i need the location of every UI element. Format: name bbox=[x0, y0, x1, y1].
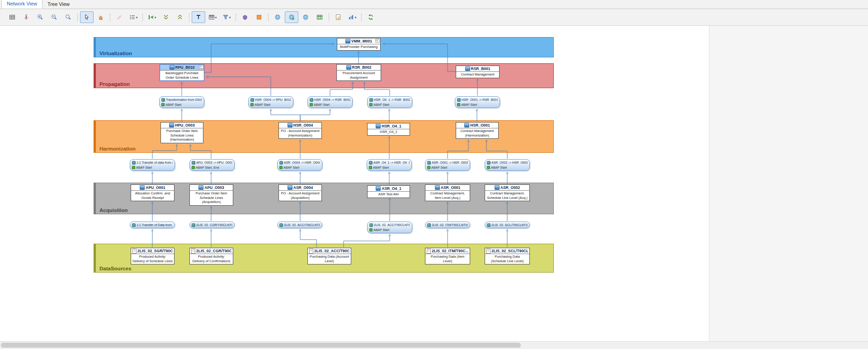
transformation-node[interactable]: HSR_O001 -> RSR_B001 ABAP Start bbox=[455, 96, 500, 108]
filter-button[interactable]: ▾ bbox=[220, 11, 233, 23]
transformation-title: HSR_O4_1 -> RSR_B002 bbox=[374, 98, 410, 101]
text-tool-button[interactable] bbox=[192, 11, 205, 23]
pan-tool-button[interactable] bbox=[94, 11, 108, 23]
transformation-node[interactable]: 2LIS_02_ACC/T90CLNT090 ->... ABAP Start bbox=[367, 222, 412, 233]
sphere-view-3-icon bbox=[302, 14, 309, 20]
node-line: Purchase Order Item bbox=[161, 129, 203, 133]
node-ASR_O002[interactable]: ASR_O002 Contract Management,Schedule Li… bbox=[485, 184, 530, 201]
transformation-icon bbox=[427, 161, 431, 165]
zoom-reset-button[interactable] bbox=[61, 11, 75, 23]
datasource-icon bbox=[486, 249, 491, 254]
transformation-icon bbox=[132, 223, 136, 227]
tab-network-view[interactable]: Network View bbox=[1, 0, 42, 9]
node-title: ASR_O4_1 bbox=[382, 186, 401, 191]
comment-icon[interactable] bbox=[375, 39, 380, 42]
node-RSR_B002[interactable]: RSR_B002 Procurement AccountAssignment bbox=[336, 64, 381, 81]
transformation-node[interactable]: 2LIS_02_CGR/T90CLNT090 ->... bbox=[189, 222, 235, 228]
align-grid-button[interactable] bbox=[5, 11, 19, 23]
horizontal-scrollbar[interactable] bbox=[0, 341, 868, 349]
node-title: RSR_B001 bbox=[471, 66, 491, 71]
transformation-node[interactable]: 1:1 Transfer of data from APU... ABAP St… bbox=[130, 159, 175, 171]
transformation-node[interactable]: 2LIS_02_ITM/T90CLNT090 ->... bbox=[425, 222, 470, 228]
node-HSR_O001[interactable]: HSR_O001 Contract Management(Harmonizati… bbox=[456, 122, 499, 139]
node-2LIS_02_ACC[interactable]: 2LIS_02_ACC/T90C... Purchasing Data (Acc… bbox=[307, 248, 351, 264]
transformation-subtitle: ABAP Start bbox=[461, 103, 477, 106]
collapse-all-button[interactable] bbox=[159, 11, 173, 23]
list-menu-button[interactable]: ▾ bbox=[127, 11, 140, 23]
milestone-icon bbox=[148, 14, 154, 20]
node-ASR_O001[interactable]: ASR_O001 Contract Management,Item Level … bbox=[425, 184, 470, 201]
abap-icon bbox=[457, 103, 460, 106]
node-APU_O003[interactable]: APU_O003 Purchase Order ItemSchedule Lin… bbox=[189, 184, 233, 206]
transformation-node[interactable]: ASR_O4_1 -> HSR_O4_1 ABAP Start bbox=[367, 159, 412, 171]
node-HPU_O003[interactable]: HPU_O003 Purchase Order ItemSchedule Lin… bbox=[160, 122, 203, 143]
transformation-title: ASR_O4_1 -> HSR_O4_1 bbox=[373, 161, 410, 164]
legend-button[interactable] bbox=[252, 11, 266, 23]
transformation-node[interactable]: 2LIS_02_ACC/T90CLNT090 ->... bbox=[277, 222, 322, 228]
scrollbar-thumb[interactable] bbox=[1, 343, 521, 348]
report-button[interactable] bbox=[331, 11, 345, 23]
node-ASR_O4_1[interactable]: ASR_O4_1 ASR Test Alin bbox=[367, 185, 410, 198]
node-2LIS_02_SGR[interactable]: 2LIS_02_SGR/T90C... Produced Activity:De… bbox=[131, 248, 175, 264]
node-RSR_B001[interactable]: RSR_B001 Contract Management bbox=[456, 66, 500, 78]
node-VMM_M001[interactable]: VMM_M001 MultiProvider Purchasing bbox=[337, 38, 381, 51]
pan-hand-icon bbox=[98, 14, 104, 20]
table-view-button[interactable]: ▾ bbox=[206, 11, 219, 23]
transformation-node[interactable]: 2LIS_02_SCL/T90CLNT090 ->... bbox=[485, 222, 530, 228]
node-line: Produced Activity: bbox=[190, 255, 232, 259]
select-tool-icon bbox=[84, 14, 90, 20]
sphere-view-3-button[interactable] bbox=[299, 11, 312, 23]
transformation-icon bbox=[369, 161, 373, 165]
transformation-node[interactable]: HSR_O004 -> RSR_B002 ABAP Start bbox=[307, 96, 353, 108]
transformation-node[interactable]: HSR_O4_1 -> RSR_B002 ABAP Start bbox=[367, 96, 412, 108]
transformation-title: APU_O003 -> HPU_O003 bbox=[196, 161, 232, 164]
sphere-view-2-button[interactable] bbox=[285, 11, 298, 23]
node-line: (Schedule Line Level) bbox=[486, 259, 529, 264]
transformation-title: Transformation from DSO HP... bbox=[166, 98, 202, 101]
highlighter-button[interactable] bbox=[113, 11, 126, 23]
transformation-title: ASR_O002 -> HSR_O001 bbox=[491, 161, 528, 164]
grid-view-button[interactable] bbox=[313, 11, 326, 23]
transformation-title: 2LIS_02_ACC/T90CLNT090 ->... bbox=[284, 223, 320, 226]
comment-icon[interactable] bbox=[199, 65, 203, 69]
node-2LIS_02_ITM[interactable]: 2LIS_02_ITM/T90C... Purchasing Data (Ite… bbox=[425, 248, 470, 264]
node-title: 2LIS_02_SGR/T90C... bbox=[137, 249, 173, 253]
zoom-in-button[interactable] bbox=[33, 11, 47, 23]
node-RPU_B010[interactable]: RPU_B010 Backlogged PurchaseOrder Schedu… bbox=[160, 64, 204, 81]
transformation-node[interactable]: Transformation from DSO HP... ABAP Start bbox=[159, 96, 204, 108]
abap-icon bbox=[132, 166, 135, 169]
node-line: Purchase Order Item bbox=[190, 191, 232, 196]
text-tool-icon bbox=[195, 14, 202, 20]
transformation-node[interactable]: ASR_O001 -> HSR_O001 ABAP Start bbox=[425, 159, 470, 171]
expand-all-button[interactable] bbox=[173, 11, 187, 23]
package-button[interactable] bbox=[238, 11, 252, 23]
chart-button[interactable]: ▾ bbox=[345, 11, 359, 23]
expand-all-icon bbox=[177, 14, 183, 20]
empty-right-pane bbox=[709, 26, 868, 342]
dso-icon bbox=[288, 185, 292, 190]
node-ASR_O004[interactable]: ASR_O004 PO - Account Assignment(Acquisi… bbox=[278, 184, 322, 201]
node-HSR_O4_1[interactable]: HSR_O4_1 HSR_O4_1 bbox=[367, 123, 410, 136]
node-title: HSR_O001 bbox=[470, 123, 490, 127]
toolbar-separator bbox=[268, 13, 269, 21]
node-2LIS_02_SCL[interactable]: 2LIS_02_SCL/T90CL... Purchasing Data(Sch… bbox=[485, 248, 530, 264]
select-tool-button[interactable] bbox=[80, 11, 94, 23]
zoom-out-button[interactable] bbox=[47, 11, 61, 23]
transformation-node[interactable]: 1:1 Transfer of Data from 2LIS... bbox=[130, 222, 175, 228]
transformation-node[interactable]: APU_O003 -> HPU_O003 ABAP Start, End bbox=[189, 159, 235, 171]
sphere-view-1-button[interactable] bbox=[271, 11, 284, 23]
milestone-button[interactable]: ▾ bbox=[145, 11, 159, 23]
transformation-node[interactable]: HSR_O004 -> RPU_B010 ABAP Start bbox=[248, 96, 293, 108]
node-2LIS_02_CGR[interactable]: 2LIS_02_CGR/T90C... Produced Activity:De… bbox=[189, 248, 233, 264]
legend-icon bbox=[256, 14, 262, 20]
anchor-button[interactable] bbox=[19, 11, 33, 23]
tab-tree-view[interactable]: Tree View bbox=[42, 0, 75, 9]
node-APU_O001[interactable]: APU_O001 Allocation Confirm. andGoods Re… bbox=[131, 184, 175, 201]
refresh-button[interactable] bbox=[364, 11, 377, 23]
transformation-node[interactable]: ASR_O002 -> HSR_O001 ABAP Start bbox=[485, 159, 530, 171]
node-line: (Acquisition) bbox=[279, 196, 321, 200]
node-HSR_O004[interactable]: HSR_O004 PO - Account Assignment(Harmoni… bbox=[278, 122, 322, 139]
dso-icon bbox=[464, 123, 469, 127]
transformation-node[interactable]: ASR_O004 -> HSR_O004 ABAP Start bbox=[277, 159, 322, 171]
toolbar-separator bbox=[142, 13, 143, 21]
